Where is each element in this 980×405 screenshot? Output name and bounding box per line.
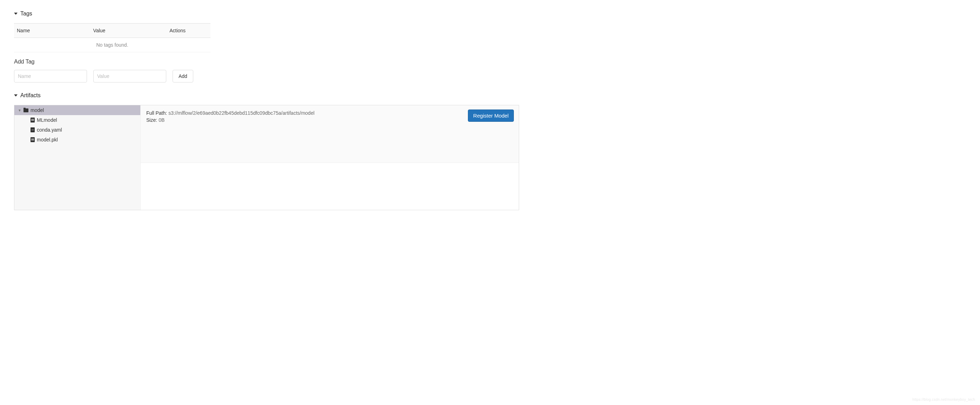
caret-down-icon <box>14 13 18 15</box>
tag-name-input[interactable] <box>14 70 87 83</box>
artifacts-body <box>141 163 519 210</box>
register-model-button[interactable]: Register Model <box>468 110 514 122</box>
tree-node-model[interactable]: ▼ model <box>14 105 140 115</box>
col-actions: Actions <box>169 28 208 33</box>
tags-table: Name Value Actions No tags found. <box>14 23 210 52</box>
tree-expand-icon: ▼ <box>18 108 21 112</box>
artifacts-detail: Full Path: s3://mlflow/2/e69aed0b22fb45d… <box>141 105 519 163</box>
tree-node-label: MLmodel <box>37 117 57 123</box>
size-value: 0B <box>159 117 164 123</box>
col-name: Name <box>17 28 93 33</box>
tags-empty-message: No tags found. <box>14 38 210 52</box>
tag-value-input[interactable] <box>93 70 166 83</box>
tags-table-header: Name Value Actions <box>14 24 210 38</box>
tree-node-model-pkl[interactable]: model.pkl <box>14 135 140 145</box>
add-tag-form: Add <box>14 70 210 83</box>
code-file-icon <box>30 128 35 132</box>
tree-node-mlmodel[interactable]: MLmodel <box>14 115 140 125</box>
tree-node-label: conda.yaml <box>37 127 62 133</box>
tags-title: Tags <box>20 11 32 17</box>
col-value: Value <box>93 28 170 33</box>
artifacts-panel: ▼ model MLmodel conda.yaml model.pkl Ful… <box>14 105 519 210</box>
file-icon <box>30 137 35 142</box>
add-tag-button[interactable]: Add <box>173 70 193 83</box>
tree-node-label: model <box>30 107 44 113</box>
artifacts-tree: ▼ model MLmodel conda.yaml model.pkl <box>14 105 141 210</box>
tree-node-label: model.pkl <box>37 137 58 142</box>
artifacts-section-toggle[interactable]: Artifacts <box>14 92 966 99</box>
full-path-label: Full Path: <box>146 110 167 116</box>
add-tag-title: Add Tag <box>14 59 210 65</box>
folder-icon <box>24 108 29 112</box>
file-icon <box>30 118 35 123</box>
tree-node-conda-yaml[interactable]: conda.yaml <box>14 125 140 135</box>
caret-down-icon <box>14 94 18 97</box>
tags-section-toggle[interactable]: Tags <box>14 11 210 17</box>
size-label: Size: <box>146 117 157 123</box>
artifacts-title: Artifacts <box>20 92 41 99</box>
full-path-value: s3://mlflow/2/e69aed0b22fb45debd115dfc09… <box>169 110 314 116</box>
